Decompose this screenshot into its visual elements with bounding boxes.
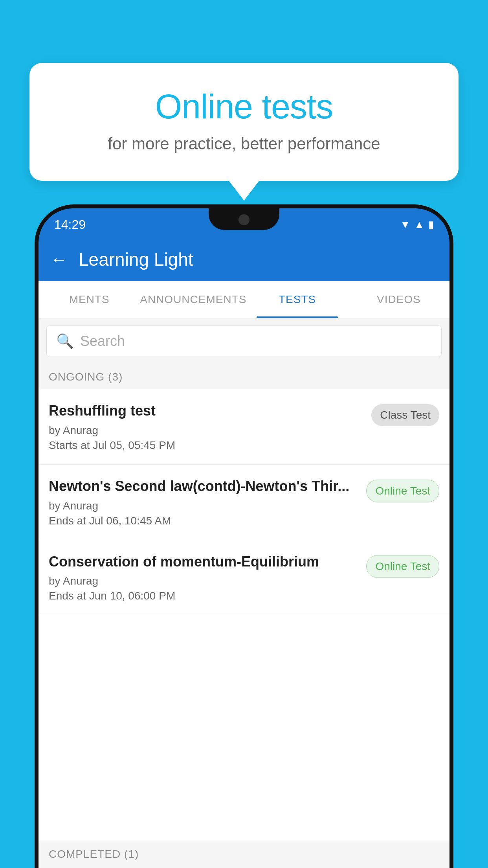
test-name: Newton's Second law(contd)-Newton's Thir… — [49, 477, 358, 496]
test-by: by Anurag — [49, 500, 358, 512]
phone-mockup: 14:29 ▼ ▲ ▮ ← Learning Light MENTS ANNOU… — [35, 204, 453, 868]
test-by: by Anurag — [49, 424, 363, 437]
test-name: Conservation of momentum-Equilibrium — [49, 553, 358, 571]
status-time: 14:29 — [54, 217, 86, 232]
search-placeholder: Search — [80, 333, 125, 349]
test-item[interactable]: Newton's Second law(contd)-Newton's Thir… — [39, 465, 449, 540]
completed-label: COMPLETED (1) — [49, 848, 139, 861]
test-name: Reshuffling test — [49, 402, 363, 420]
tab-videos[interactable]: VIDEOS — [348, 281, 449, 318]
status-icons: ▼ ▲ ▮ — [400, 219, 434, 231]
test-badge: Online Test — [366, 555, 439, 578]
test-date: Ends at Jun 10, 06:00 PM — [49, 590, 358, 602]
search-container: 🔍 Search — [39, 318, 449, 364]
ongoing-section-header: ONGOING (3) — [39, 364, 449, 390]
tab-ments[interactable]: MENTS — [39, 281, 140, 318]
bubble-title: Online tests — [49, 86, 439, 127]
test-info: Reshuffling test by Anurag Starts at Jul… — [49, 402, 371, 452]
back-button[interactable]: ← — [50, 250, 68, 269]
test-date: Starts at Jul 05, 05:45 PM — [49, 439, 363, 452]
battery-icon: ▮ — [428, 219, 434, 231]
promo-bubble: Online tests for more practice, better p… — [29, 63, 459, 181]
test-item[interactable]: Reshuffling test by Anurag Starts at Jul… — [39, 389, 449, 465]
bubble-subtitle: for more practice, better performance — [49, 134, 439, 153]
test-info: Conservation of momentum-Equilibrium by … — [49, 553, 366, 603]
signal-icon: ▲ — [414, 219, 424, 231]
test-info: Newton's Second law(contd)-Newton's Thir… — [49, 477, 366, 527]
tab-announcements[interactable]: ANNOUNCEMENTS — [140, 281, 246, 318]
test-badge: Class Test — [371, 404, 439, 426]
tabs-bar: MENTS ANNOUNCEMENTS TESTS VIDEOS — [39, 281, 449, 318]
test-by: by Anurag — [49, 575, 358, 587]
search-box[interactable]: 🔍 Search — [46, 326, 442, 357]
test-date: Ends at Jul 06, 10:45 AM — [49, 515, 358, 527]
completed-section: COMPLETED (1) — [39, 840, 449, 868]
test-badge: Online Test — [366, 480, 439, 502]
app-bar: ← Learning Light — [39, 238, 449, 281]
tab-tests[interactable]: TESTS — [246, 281, 348, 318]
test-item[interactable]: Conservation of momentum-Equilibrium by … — [39, 540, 449, 616]
phone-screen: 14:29 ▼ ▲ ▮ ← Learning Light MENTS ANNOU… — [39, 208, 449, 868]
app-title: Learning Light — [79, 249, 193, 270]
wifi-icon: ▼ — [400, 219, 411, 231]
search-icon: 🔍 — [56, 333, 74, 349]
camera — [238, 214, 250, 225]
ongoing-label: ONGOING (3) — [49, 371, 123, 383]
test-list: Reshuffling test by Anurag Starts at Jul… — [39, 389, 449, 868]
phone-notch — [209, 208, 279, 230]
